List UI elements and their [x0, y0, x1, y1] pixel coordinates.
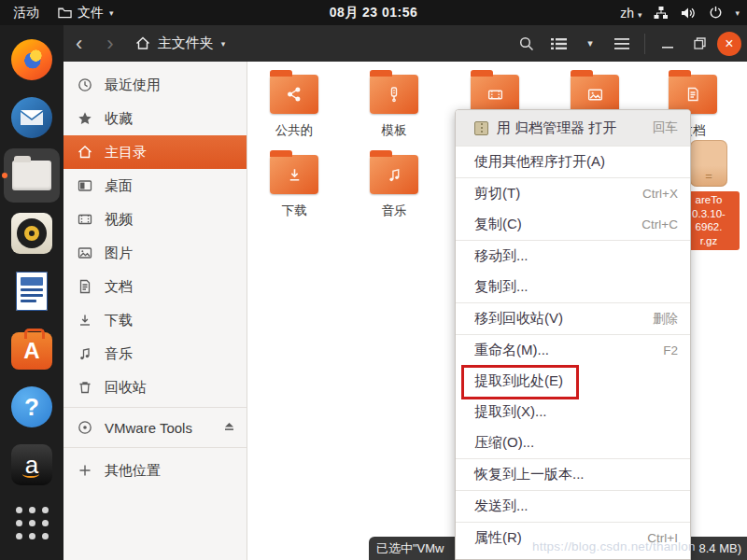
window-menu-button[interactable] — [608, 31, 636, 57]
eject-icon — [223, 420, 235, 432]
minimize-button[interactable] — [654, 31, 682, 57]
keyboard-indicator[interactable]: zh ▾ — [620, 6, 641, 21]
plus-icon — [78, 463, 92, 478]
selection-size-text: 8.4 MB) — [698, 541, 741, 555]
music-emblem-icon — [386, 166, 403, 184]
menu-item-send-to[interactable]: 发送到... — [456, 491, 690, 522]
folder-downloads[interactable]: 下载 — [264, 149, 324, 219]
close-button[interactable]: × — [717, 32, 741, 56]
eject-button[interactable] — [223, 419, 235, 435]
divider — [63, 407, 247, 408]
folder-music[interactable]: 音乐 — [364, 149, 424, 219]
sidebar-item-other-locations[interactable]: 其他位置 — [63, 454, 247, 487]
network-icon[interactable] — [654, 7, 669, 20]
menu-item-move-to[interactable]: 移动到... — [456, 241, 690, 272]
window-header: ‹ › 主文件夹 ▾ ▾ — [63, 25, 747, 62]
power-icon[interactable] — [709, 6, 723, 20]
templates-emblem-icon — [386, 86, 402, 103]
home-icon — [78, 145, 92, 160]
sidebar-item-starred[interactable]: 收藏 — [63, 102, 247, 135]
top-bar: 活动 文件 ▾ 08月 23 01:56 zh ▾ — [0, 0, 747, 25]
menu-item-revert-to-previous-version[interactable]: 恢复到上一版本... — [456, 459, 690, 490]
volume-icon[interactable] — [681, 7, 697, 20]
restore-icon — [694, 37, 706, 49]
selection-status-text: 已选中"VMw — [376, 540, 444, 557]
help-icon: ? — [11, 386, 52, 427]
chevron-down-icon: ▾ — [587, 37, 593, 49]
dock-item-app-grid[interactable] — [0, 494, 63, 552]
menu-item-move-to-trash[interactable]: 移到回收站(V) 删除 — [456, 303, 690, 334]
downloads-icon — [78, 313, 92, 328]
view-options-button[interactable]: ▾ — [576, 31, 604, 57]
music-icon — [78, 346, 92, 361]
sidebar-item-documents[interactable]: 文档 — [63, 270, 247, 303]
videos-icon — [78, 212, 92, 227]
minimize-icon — [662, 38, 673, 49]
desktop-icon — [78, 178, 92, 193]
search-icon — [519, 36, 534, 51]
sidebar-item-trash[interactable]: 回收站 — [63, 371, 247, 404]
sidebar-item-recent[interactable]: 最近使用 — [63, 68, 247, 102]
sidebar-item-home[interactable]: 主目录 — [63, 135, 247, 169]
sidebar-item-vmware-tools[interactable]: VMware Tools — [63, 411, 247, 444]
restore-button[interactable] — [685, 31, 713, 57]
view-toggle-button[interactable] — [544, 31, 572, 57]
menu-item-rename[interactable]: 重命名(M)... F2 — [456, 335, 690, 366]
folder-icon — [370, 75, 418, 114]
folder-public[interactable]: 公共的 — [264, 69, 324, 139]
libreoffice-writer-icon — [16, 272, 48, 311]
desktop: 活动 文件 ▾ 08月 23 01:56 zh ▾ — [0, 0, 747, 560]
sidebar: 最近使用 收藏 主目录 桌面 视频 图片 文档 下载 — [63, 62, 247, 560]
folder-templates[interactable]: 模板 — [364, 69, 424, 139]
folder-icon — [669, 75, 717, 114]
sidebar-item-music[interactable]: 音乐 — [63, 337, 247, 371]
folder-icon — [571, 75, 619, 114]
ubuntu-software-icon: A — [11, 332, 52, 370]
close-icon: × — [725, 35, 733, 52]
folder-icon — [270, 155, 318, 194]
folder-icon — [370, 155, 418, 194]
back-button[interactable]: ‹ — [63, 34, 94, 54]
menu-item-copy-to[interactable]: 复制到... — [456, 272, 690, 302]
menu-item-cut[interactable]: 剪切(T) Ctrl+X — [456, 178, 690, 209]
share-emblem-icon — [285, 85, 303, 104]
image-emblem-icon — [586, 86, 604, 104]
firefox-icon — [11, 39, 52, 80]
dock-item-help[interactable]: ? — [0, 378, 63, 436]
disc-icon — [78, 420, 92, 435]
menu-item-copy[interactable]: 复制(C) Ctrl+C — [456, 209, 690, 240]
menu-item-extract-to[interactable]: 提取到(X)... — [456, 397, 690, 427]
folder-icon — [270, 75, 318, 114]
folder-icon — [471, 75, 519, 114]
amazon-icon: a — [11, 444, 52, 485]
star-icon — [78, 111, 92, 126]
chevron-down-icon: ▾ — [221, 39, 226, 49]
sidebar-item-pictures[interactable]: 图片 — [63, 236, 247, 270]
recent-icon — [78, 77, 92, 92]
sidebar-item-desktop[interactable]: 桌面 — [63, 169, 247, 203]
menu-item-open-with-archive-manager[interactable]: 用 归档管理器 打开 回车 — [456, 110, 690, 146]
document-emblem-icon — [684, 86, 701, 103]
dock-item-firefox[interactable] — [0, 31, 63, 89]
dock-item-ubuntu-software[interactable]: A — [0, 320, 63, 378]
dock-item-thunderbird[interactable] — [0, 89, 63, 147]
home-icon — [135, 36, 150, 50]
dock-item-libreoffice-writer[interactable] — [0, 262, 63, 320]
app-grid-icon — [16, 507, 49, 539]
documents-icon — [78, 279, 92, 294]
annotation-highlight-box — [461, 365, 579, 399]
dock-item-rhythmbox[interactable] — [0, 204, 63, 262]
dock-item-files[interactable] — [0, 147, 63, 204]
dock-item-amazon[interactable]: a — [0, 436, 63, 494]
search-button[interactable] — [513, 31, 541, 57]
watermark-text: https://blog.csdn.net/thanlon — [532, 539, 696, 553]
sidebar-item-videos[interactable]: 视频 — [63, 203, 247, 236]
menu-item-open-with-other[interactable]: 使用其他程序打开(A) — [456, 147, 690, 177]
forward-button[interactable]: › — [94, 34, 125, 54]
menu-item-compress[interactable]: 压缩(O)... — [456, 427, 690, 458]
sidebar-item-downloads[interactable]: 下载 — [63, 303, 247, 337]
chevron-down-icon[interactable]: ▾ — [735, 8, 740, 18]
location-button[interactable]: 主文件夹 ▾ — [126, 31, 235, 56]
view-list-icon — [551, 37, 567, 50]
context-menu: 用 归档管理器 打开 回车 使用其他程序打开(A) 剪切(T) Ctrl+X 复… — [455, 109, 691, 560]
